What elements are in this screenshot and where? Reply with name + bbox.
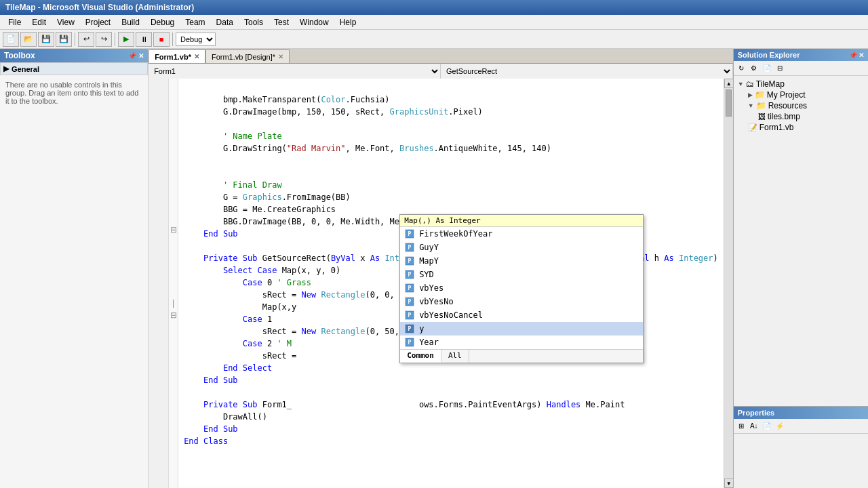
toolbar-stop[interactable]: ■ (153, 32, 170, 47)
tab-form1-design-label: Form1.vb [Design]* (212, 53, 275, 61)
svg-text:P: P (408, 312, 412, 319)
toolbar-redo[interactable]: ↪ (96, 32, 112, 47)
method-combo[interactable]: GetSourceRect (441, 64, 733, 79)
ac-item-vbyesno[interactable]: PvbYesNo (400, 295, 643, 308)
menu-test[interactable]: Test (269, 16, 294, 28)
vertical-scrollbar[interactable]: ▲ ▼ (724, 79, 733, 488)
autocomplete-dropdown: Map(,) As Integer PFirstWeekOfYearPGuyYP… (399, 214, 644, 363)
menu-project[interactable]: Project (80, 16, 116, 28)
scroll-up-arrow[interactable]: ▲ (724, 79, 733, 88)
ac-item-icon-guyy: P (404, 242, 415, 253)
ac-item-mapy[interactable]: PMapY (400, 254, 643, 268)
tab-form1-vb-label: Form1.vb* (155, 53, 191, 61)
ac-item-year[interactable]: PYear (400, 336, 643, 349)
toolbox-header: Toolbox 📌 ✕ (0, 49, 148, 62)
tree-tilesbmp[interactable]: 🖼 tiles.bmp (736, 111, 865, 122)
se-close-icon[interactable]: ✕ (859, 52, 864, 59)
menu-team[interactable]: Team (180, 16, 210, 28)
tab-form1-vb[interactable]: Form1.vb* ✕ (149, 49, 205, 63)
menu-view[interactable]: View (52, 16, 80, 28)
tree-tilesbmp-label: tiles.bmp (768, 112, 800, 121)
toolbar-saveall[interactable]: 💾 (56, 32, 72, 47)
ac-item-label-firstweekofyear: FirstWeekOfYear (419, 228, 492, 240)
toolbox-pin-icon[interactable]: 📌 (128, 52, 136, 60)
solution-explorer: Solution Explorer 📌 ✕ ↻ ⚙ 📄 ⊟ ▼ 🗂 TileMa… (734, 49, 868, 407)
ac-item-icon-year: P (404, 337, 415, 348)
se-collapse-btn[interactable]: ⊟ (774, 62, 786, 75)
ac-item-firstweekofyear[interactable]: PFirstWeekOfYear (400, 227, 643, 241)
se-show-files-btn[interactable]: 📄 (761, 62, 773, 75)
menu-tools[interactable]: Tools (239, 16, 269, 28)
se-content: ▼ 🗂 TileMap ▶ 📁 My Project ▼ 📁 Resources (734, 76, 868, 406)
ac-tab-common[interactable]: Common (400, 350, 441, 363)
toolbox-close-icon[interactable]: ✕ (138, 52, 144, 60)
code-container: ⊟ | ⊟ bmp.MakeTransparent(Color.Fuchsia)… (149, 79, 733, 488)
image-icon-tiles: 🖼 (758, 113, 766, 121)
prop-events-btn[interactable]: ⚡ (774, 420, 786, 432)
ac-item-vbyesnocancel[interactable]: PvbYesNoCancel (400, 308, 643, 322)
prop-pages-btn[interactable]: 📄 (761, 420, 773, 432)
toolbar-undo[interactable]: ↩ (78, 32, 94, 47)
se-refresh-btn[interactable]: ↻ (735, 62, 747, 75)
autocomplete-footer: Common All (400, 349, 643, 363)
toolbar-open[interactable]: 📂 (20, 32, 37, 47)
tab-design-close-icon[interactable]: ✕ (278, 53, 283, 60)
ac-item-y[interactable]: Py (400, 322, 643, 336)
svg-text:P: P (408, 285, 412, 291)
debug-config-combo[interactable]: Debug (176, 33, 216, 46)
ac-item-syd[interactable]: PSYD (400, 268, 643, 281)
autocomplete-tooltip: Map(,) As Integer (400, 215, 643, 227)
toolbox-panel: Toolbox 📌 ✕ ▶ General There are no usabl… (0, 49, 149, 488)
prop-title: Properties (738, 409, 774, 417)
se-pin-icon[interactable]: 📌 (849, 52, 857, 59)
tree-form1vb-label: Form1.vb (760, 123, 794, 132)
menu-bar: File Edit View Project Build Debug Team … (0, 15, 868, 30)
tree-resources[interactable]: ▼ 📁 Resources (736, 100, 865, 111)
class-combo[interactable]: Form1 (149, 64, 441, 79)
tree-resources-label: Resources (768, 101, 807, 110)
solution-icon: 🗂 (746, 79, 754, 89)
toolbar-new[interactable]: 📄 (3, 32, 19, 47)
menu-file[interactable]: File (3, 16, 26, 28)
svg-text:P: P (408, 326, 412, 332)
title-text: TileMap - Microsoft Visual Studio (Admin… (5, 3, 194, 12)
toolbar-pause[interactable]: ⏸ (136, 32, 152, 47)
ac-item-label-y: y (419, 323, 424, 335)
scroll-down-arrow[interactable]: ▼ (724, 479, 733, 488)
svg-text:P: P (408, 340, 412, 346)
sep3 (172, 33, 173, 46)
toolbar-save[interactable]: 💾 (38, 32, 54, 47)
main-layout: Toolbox 📌 ✕ ▶ General There are no usabl… (0, 49, 868, 488)
tree-arrow-myproject: ▶ (748, 92, 753, 98)
menu-build[interactable]: Build (116, 16, 145, 28)
tree-arrow-resources: ▼ (748, 102, 754, 109)
ac-item-guyy[interactable]: PGuyY (400, 241, 643, 254)
tree-tilemap[interactable]: ▼ 🗂 TileMap (736, 79, 865, 89)
menu-edit[interactable]: Edit (26, 16, 52, 28)
tab-form1-design[interactable]: Form1.vb [Design]* ✕ (205, 49, 290, 63)
prop-alpha-btn[interactable]: A↓ (748, 420, 760, 432)
menu-help[interactable]: Help (334, 16, 362, 28)
tab-form1-close-icon[interactable]: ✕ (194, 53, 199, 60)
ac-tab-all[interactable]: All (441, 350, 469, 363)
tree-arrow-tilemap: ▼ (738, 81, 744, 87)
svg-text:P: P (408, 231, 412, 237)
tree-myproject[interactable]: ▶ 📁 My Project (736, 89, 865, 100)
tree-form1vb[interactable]: 📝 Form1.vb (736, 122, 865, 133)
ac-item-icon-vbyesno: P (404, 296, 415, 307)
toolbar-start[interactable]: ▶ (118, 32, 134, 47)
ac-item-label-mapy: MapY (419, 255, 439, 267)
toolbox-group-header[interactable]: ▶ General (0, 62, 148, 75)
menu-window[interactable]: Window (294, 16, 334, 28)
menu-debug[interactable]: Debug (145, 16, 180, 28)
se-properties-btn[interactable]: ⚙ (748, 62, 760, 75)
menu-data[interactable]: Data (211, 16, 239, 28)
svg-text:P: P (408, 272, 412, 278)
properties-panel: Properties ⊞ A↓ 📄 ⚡ (734, 407, 868, 488)
scroll-track[interactable] (724, 88, 733, 479)
scroll-thumb[interactable] (726, 89, 732, 117)
ac-item-label-vbyesnocancel: vbYesNoCancel (419, 309, 483, 321)
prop-category-btn[interactable]: ⊞ (735, 420, 747, 432)
autocomplete-list: PFirstWeekOfYearPGuyYPMapYPSYDPvbYesPvbY… (400, 227, 643, 349)
ac-item-vbyes[interactable]: PvbYes (400, 281, 643, 295)
